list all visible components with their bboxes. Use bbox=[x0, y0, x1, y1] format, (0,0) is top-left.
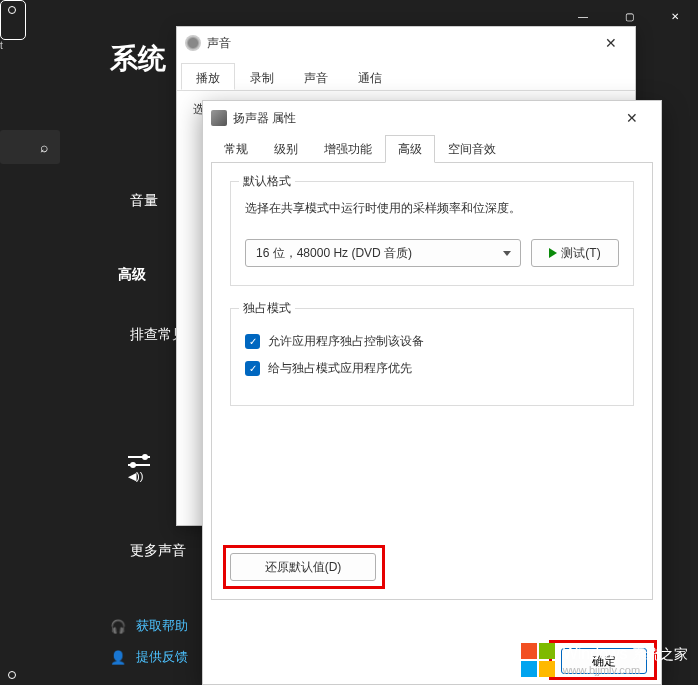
tab-sounds[interactable]: 声音 bbox=[289, 63, 343, 90]
feedback-icon: 👤 bbox=[110, 650, 126, 665]
exclusive-opt1-row[interactable]: ✓ 允许应用程序独占控制该设备 bbox=[245, 333, 619, 350]
watermark-sub-brand: 系统之家 bbox=[632, 646, 688, 662]
test-button-label: 测试(T) bbox=[561, 245, 600, 262]
tab-general[interactable]: 常规 bbox=[211, 135, 261, 163]
default-format-group: 默认格式 选择在共享模式中运行时使用的采样频率和位深度。 16 位，48000 … bbox=[230, 181, 634, 286]
sound-dialog-title: 声音 bbox=[207, 35, 595, 52]
exclusive-opt2-label: 给与独占模式应用程序优先 bbox=[268, 360, 412, 377]
props-titlebar: 扬声器 属性 ✕ bbox=[203, 101, 661, 135]
props-body: 默认格式 选择在共享模式中运行时使用的采样频率和位深度。 16 位，48000 … bbox=[211, 162, 653, 600]
feedback-link[interactable]: 👤 提供反馈 bbox=[110, 648, 188, 666]
format-row: 16 位，48000 Hz (DVD 音质) 测试(T) bbox=[245, 239, 619, 267]
default-format-title: 默认格式 bbox=[239, 173, 295, 190]
exclusive-mode-title: 独占模式 bbox=[239, 300, 295, 317]
settings-section-advanced: 高级 bbox=[118, 266, 146, 284]
watermark-url: www.bjjmlv.com bbox=[563, 664, 688, 676]
settings-item-more-sound[interactable]: 更多声音 bbox=[130, 542, 186, 560]
get-help-link[interactable]: 🎧 获取帮助 bbox=[110, 617, 188, 635]
page-title: 系统 bbox=[110, 40, 166, 78]
tab-spatial[interactable]: 空间音效 bbox=[435, 135, 509, 163]
exclusive-opt1-label: 允许应用程序独占控制该设备 bbox=[268, 333, 424, 350]
windows-logo-icon bbox=[521, 643, 555, 677]
props-tabs: 常规 级别 增强功能 高级 空间音效 bbox=[203, 135, 661, 163]
sound-dialog-icon bbox=[185, 35, 201, 51]
tab-enhancements[interactable]: 增强功能 bbox=[311, 135, 385, 163]
test-button[interactable]: 测试(T) bbox=[531, 239, 619, 267]
exclusive-mode-group: 独占模式 ✓ 允许应用程序独占控制该设备 ✓ 给与独占模式应用程序优先 bbox=[230, 308, 634, 406]
tab-levels[interactable]: 级别 bbox=[261, 135, 311, 163]
cropped-label: t bbox=[0, 40, 3, 51]
search-icon: ⌕ bbox=[40, 139, 48, 155]
speaker-properties-dialog: 扬声器 属性 ✕ 常规 级别 增强功能 高级 空间音效 默认格式 选择在共享模式… bbox=[202, 100, 662, 685]
headset-icon: 🎧 bbox=[110, 619, 126, 634]
default-format-desc: 选择在共享模式中运行时使用的采样频率和位深度。 bbox=[245, 200, 619, 217]
speaker-icon bbox=[211, 110, 227, 126]
format-select[interactable]: 16 位，48000 Hz (DVD 音质) bbox=[245, 239, 521, 267]
watermark-text: Windows 系统之家 www.bjjmlv.com bbox=[563, 645, 688, 676]
tab-communications[interactable]: 通信 bbox=[343, 63, 397, 90]
sound-dialog-close-button[interactable]: ✕ bbox=[595, 27, 627, 59]
settings-item-volume[interactable]: 音量 bbox=[130, 192, 158, 210]
props-title: 扬声器 属性 bbox=[233, 110, 611, 127]
mixer-icon: ◀)) bbox=[128, 456, 150, 483]
get-help-label: 获取帮助 bbox=[136, 617, 188, 635]
search-input[interactable]: ⌕ bbox=[0, 130, 60, 164]
watermark-brand: Windows bbox=[563, 645, 628, 662]
sound-dialog-tabs: 播放 录制 声音 通信 bbox=[177, 59, 635, 91]
format-select-value: 16 位，48000 Hz (DVD 音质) bbox=[256, 245, 412, 262]
checkbox-exclusive-control[interactable]: ✓ bbox=[245, 334, 260, 349]
exclusive-opt2-row[interactable]: ✓ 给与独占模式应用程序优先 bbox=[245, 360, 619, 377]
props-close-button[interactable]: ✕ bbox=[611, 103, 653, 133]
feedback-label: 提供反馈 bbox=[136, 648, 188, 666]
checkbox-exclusive-priority[interactable]: ✓ bbox=[245, 361, 260, 376]
tab-advanced[interactable]: 高级 bbox=[385, 135, 435, 163]
tab-playback[interactable]: 播放 bbox=[181, 63, 235, 90]
sound-dialog-titlebar: 声音 ✕ bbox=[177, 27, 635, 59]
play-icon bbox=[549, 248, 557, 258]
tab-recording[interactable]: 录制 bbox=[235, 63, 289, 90]
watermark: Windows 系统之家 www.bjjmlv.com bbox=[521, 643, 688, 677]
close-button[interactable]: ✕ bbox=[652, 0, 698, 32]
restore-defaults-button[interactable]: 还原默认值(D) bbox=[230, 553, 376, 581]
